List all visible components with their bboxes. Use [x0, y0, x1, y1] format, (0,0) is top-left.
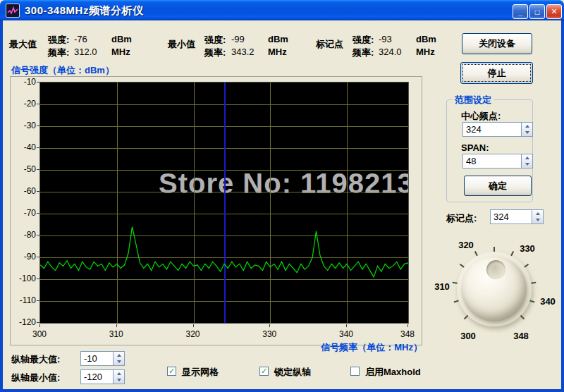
freq-key: 频率: [352, 47, 374, 59]
strength-key: 强度: [352, 34, 374, 47]
mhz-unit: MHz [416, 47, 435, 57]
dbm-unit: dBm [111, 34, 132, 44]
y-max-label: 纵轴最大值: [11, 353, 60, 366]
close-device-button[interactable]: 关闭设备 [462, 33, 532, 54]
max-value-readout: 最大值 强度: -76 dBm 频率: 312.0 MHz [9, 34, 157, 61]
spectrum-app-icon [6, 4, 20, 18]
max-strength-value: -76 [74, 34, 87, 44]
y-min-spinner[interactable] [113, 370, 124, 384]
chart-panel: -10-20-30-40-50-60-70-80-90-100-110-120 … [10, 76, 422, 345]
max-value-label: 最大值 [9, 38, 37, 51]
span-spinner[interactable] [521, 154, 532, 168]
marker-spin-label: 标记点: [446, 212, 477, 225]
y-tick-label: -50 [11, 164, 36, 174]
confirm-button[interactable]: 确定 [464, 176, 532, 196]
span-value[interactable] [466, 156, 520, 166]
y-tick-label: -40 [11, 142, 36, 152]
marker-readout: 标记点 强度: -93 dBm 频率: 324.0 MHz [316, 34, 464, 61]
y-tick-label: -100 [11, 274, 36, 283]
y-tick-label: -30 [11, 121, 36, 130]
spin-down-icon[interactable] [522, 161, 532, 169]
freq-key: 频率: [204, 47, 226, 59]
strength-key: 强度: [48, 34, 69, 47]
spin-down-icon[interactable] [114, 377, 124, 384]
marker-input[interactable] [490, 209, 544, 224]
spin-up-icon[interactable] [522, 123, 532, 130]
stop-button[interactable]: 停止 [460, 62, 533, 84]
y-min-value[interactable] [84, 372, 111, 382]
center-freq-spinner[interactable] [521, 123, 532, 136]
spin-up-icon[interactable] [532, 210, 543, 217]
x-tick-label: 340 [334, 329, 358, 339]
max-freq-value: 312.0 [74, 47, 97, 57]
app-window: 300-348MHz频谱分析仪 _ □ ✕ 最大值 强度: -76 dBm 频率… [0, 0, 564, 392]
range-settings-group: 范围设定 中心频点: SPAN: 确定 [446, 99, 533, 202]
dial-label-300: 300 [460, 331, 476, 341]
y-min-label: 纵轴最小值: [11, 372, 60, 384]
x-tick-mark [407, 324, 408, 327]
window-title: 300-348MHz频谱分析仪 [25, 4, 143, 18]
strength-key: 强度: [204, 34, 226, 47]
spin-down-icon[interactable] [522, 130, 532, 137]
spin-up-icon[interactable] [114, 352, 124, 359]
dial-tick-mark [494, 247, 495, 252]
signal-trace [40, 82, 408, 323]
y-max-value[interactable] [84, 353, 111, 364]
close-icon[interactable]: ✕ [546, 4, 562, 19]
min-strength-value: -99 [231, 34, 245, 44]
dial-label-320: 320 [458, 240, 474, 250]
dial-label-340: 340 [540, 296, 556, 307]
min-value-readout: 最小值 强度: -99 dBm 频率: 343.2 MHz [168, 34, 316, 61]
lock-yaxis-label: 锁定纵轴 [274, 366, 311, 379]
center-freq-value[interactable] [466, 124, 520, 135]
y-tick-label: -20 [11, 99, 36, 109]
center-freq-label: 中心频点: [461, 110, 501, 123]
y-max-spinner[interactable] [113, 352, 124, 365]
y-min-input[interactable] [80, 369, 125, 384]
mhz-unit: MHz [111, 47, 130, 57]
x-tick-label: 330 [257, 329, 281, 339]
dial-label-348: 348 [513, 331, 529, 341]
freq-key: 频率: [48, 47, 69, 59]
knob-dimple [486, 260, 505, 279]
x-tick-label: 348 [396, 329, 419, 339]
min-freq-value: 343.2 [231, 47, 255, 57]
y-tick-label: -10 [11, 77, 36, 87]
show-grid-label: 显示网格 [182, 366, 219, 379]
marker-label: 标记点 [316, 38, 343, 51]
y-tick-label: -80 [11, 230, 36, 240]
marker-spinner[interactable] [532, 210, 543, 223]
x-tick-label: 300 [27, 329, 51, 339]
show-grid-checkbox[interactable]: ✓ [167, 367, 176, 376]
maximize-button[interactable]: □ [529, 4, 545, 19]
spin-down-icon[interactable] [114, 359, 124, 366]
title-bar: 300-348MHz频谱分析仪 _ □ ✕ [0, 0, 564, 21]
plot-area: Store No: 1198213 [39, 82, 409, 324]
maxhold-checkbox[interactable] [350, 367, 360, 376]
span-input[interactable] [462, 154, 533, 169]
maxhold-label: 启用Maxhold [365, 366, 421, 379]
x-axis-title: 信号频率（单位：MHz） [246, 341, 422, 354]
spin-down-icon[interactable] [532, 217, 543, 224]
marker-freq-value: 324.0 [379, 47, 402, 57]
x-tick-mark [39, 324, 40, 327]
y-tick-label: -120 [11, 317, 36, 327]
x-tick-mark [269, 324, 270, 327]
dial-label-330: 330 [520, 243, 535, 254]
min-value-label: 最小值 [168, 38, 195, 51]
range-group-title: 范围设定 [453, 94, 494, 106]
lock-yaxis-checkbox[interactable]: ✓ [259, 367, 269, 376]
spin-up-icon[interactable] [522, 154, 532, 161]
y-tick-label: -90 [11, 252, 36, 262]
y-tick-label: -70 [11, 208, 36, 218]
y-max-input[interactable] [80, 351, 125, 366]
span-label: SPAN: [461, 142, 489, 153]
dbm-unit: dBm [416, 34, 436, 44]
spin-up-icon[interactable] [114, 370, 124, 377]
dbm-unit: dBm [268, 34, 288, 44]
marker-value[interactable] [494, 212, 530, 222]
y-tick-label: -60 [11, 186, 36, 196]
minimize-button[interactable]: _ [513, 4, 528, 19]
marker-strength-value: -93 [379, 34, 392, 44]
center-freq-input[interactable] [462, 122, 533, 137]
